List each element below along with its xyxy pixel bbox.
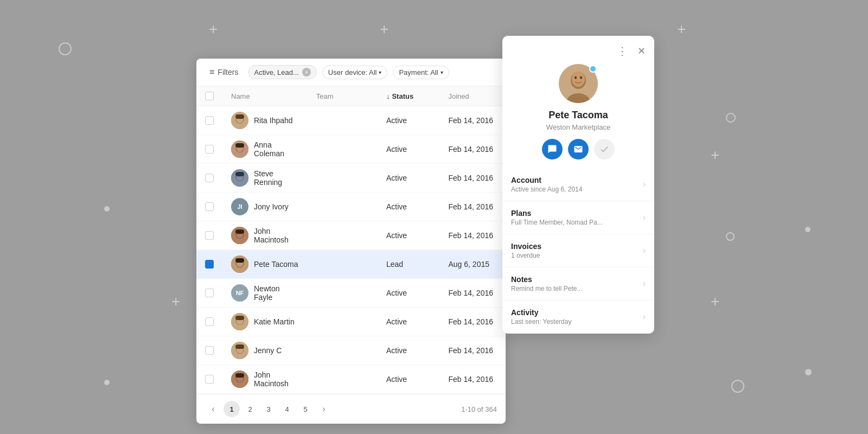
bg-circle-2 bbox=[726, 113, 736, 123]
svg-point-52 bbox=[575, 76, 577, 79]
row-checkbox[interactable] bbox=[205, 260, 214, 269]
table-row[interactable]: John MacintoshActiveFeb 14, 2016 bbox=[196, 221, 506, 250]
cell-name: Anna Coleman bbox=[231, 141, 299, 158]
row-name: Jony Ivory bbox=[254, 202, 289, 211]
avatar bbox=[231, 313, 248, 330]
profile-actions bbox=[542, 139, 615, 159]
filters-button[interactable]: ≡ Filters bbox=[205, 65, 242, 79]
active-lead-chip[interactable]: Active, Lead... × bbox=[248, 65, 316, 79]
cell-team bbox=[308, 193, 378, 221]
cell-joined: Feb 14, 2016 bbox=[440, 106, 506, 135]
col-status[interactable]: ↓ Status bbox=[378, 86, 440, 106]
page-4-button[interactable]: 4 bbox=[279, 401, 295, 417]
row-checkbox[interactable] bbox=[205, 116, 214, 125]
bg-plus-5: + bbox=[171, 293, 180, 310]
table-row[interactable]: JIJony IvoryActiveFeb 14, 2016 bbox=[196, 193, 506, 221]
page-1-button[interactable]: 1 bbox=[224, 401, 240, 417]
cell-name: Steve Renning bbox=[231, 169, 299, 187]
close-button[interactable]: ✕ bbox=[635, 43, 648, 59]
chevron-right-icon: › bbox=[643, 312, 646, 322]
page-2-button[interactable]: 2 bbox=[242, 401, 258, 417]
profile-section-notes[interactable]: NotesRemind me to tell Pete...› bbox=[502, 267, 654, 301]
cell-joined: Feb 14, 2016 bbox=[440, 336, 506, 365]
chip-close-icon[interactable]: × bbox=[302, 68, 311, 76]
section-content: PlansFull Time Member, Nomad Pa... bbox=[511, 209, 643, 226]
table-header-row: Name Team ↓ Status Joined bbox=[196, 86, 506, 106]
profile-section-activity[interactable]: ActivityLast seen: Yesterday› bbox=[502, 301, 654, 334]
row-name: Katie Martin bbox=[254, 317, 295, 326]
chevron-right-icon: › bbox=[643, 180, 646, 189]
profile-company: Weston Marketplace bbox=[546, 123, 610, 131]
table-row[interactable]: Rita IhpahdActiveFeb 14, 2016 bbox=[196, 106, 506, 135]
col-joined: Joined bbox=[440, 86, 506, 106]
profile-section-invoices[interactable]: Invoices1 overdue› bbox=[502, 234, 654, 267]
svg-point-53 bbox=[580, 76, 582, 79]
chevron-down-icon-2: ▾ bbox=[441, 69, 443, 75]
row-name: Rita Ihpahd bbox=[254, 116, 293, 125]
cell-status: Active bbox=[378, 221, 440, 250]
row-checkbox[interactable] bbox=[205, 174, 214, 182]
col-name: Name bbox=[222, 86, 308, 106]
table-row[interactable]: Pete TacomaLeadAug 6, 2015 bbox=[196, 250, 506, 279]
cell-team bbox=[308, 336, 378, 365]
profile-section-plans[interactable]: PlansFull Time Member, Nomad Pa...› bbox=[502, 201, 654, 234]
bg-circle-3 bbox=[726, 232, 735, 241]
section-title: Activity bbox=[511, 308, 643, 317]
cell-name: Jenny C bbox=[231, 342, 299, 359]
cell-name: John Macintosh bbox=[231, 227, 299, 244]
check-button[interactable] bbox=[594, 139, 615, 159]
filters-label: Filters bbox=[218, 68, 238, 76]
row-checkbox[interactable] bbox=[205, 346, 214, 355]
toolbar: ≡ Filters Active, Lead... × User device:… bbox=[196, 59, 506, 86]
table-row[interactable]: Katie MartinActiveFeb 14, 2016 bbox=[196, 308, 506, 336]
bg-dot-2 bbox=[104, 206, 110, 212]
payment-dropdown[interactable]: Payment: All ▾ bbox=[393, 66, 449, 79]
bg-plus-4: + bbox=[711, 146, 719, 164]
filter-icon: ≡ bbox=[209, 67, 214, 77]
row-name: Steve Renning bbox=[254, 169, 299, 187]
avatar: JI bbox=[231, 198, 248, 215]
row-checkbox[interactable] bbox=[205, 202, 214, 211]
table-row[interactable]: John MacintoshActiveFeb 14, 2016 bbox=[196, 365, 506, 394]
avatar bbox=[231, 227, 248, 244]
page-3-button[interactable]: 3 bbox=[260, 401, 277, 417]
section-content: Invoices1 overdue bbox=[511, 242, 643, 259]
cell-team bbox=[308, 365, 378, 394]
row-checkbox[interactable] bbox=[205, 145, 214, 154]
row-checkbox[interactable] bbox=[205, 317, 214, 326]
row-checkbox[interactable] bbox=[205, 375, 214, 384]
profile-section-account[interactable]: AccountActive since Aug 6, 2014› bbox=[502, 168, 654, 201]
page-5-button[interactable]: 5 bbox=[297, 401, 314, 417]
cell-status: Active bbox=[378, 279, 440, 308]
section-title: Plans bbox=[511, 209, 643, 218]
profile-header: ⋮ ✕ bbox=[502, 36, 654, 60]
section-subtitle: Last seen: Yesterday bbox=[511, 318, 643, 326]
more-options-button[interactable]: ⋮ bbox=[615, 42, 631, 60]
bg-circle-4 bbox=[731, 380, 744, 393]
profile-name: Pete Tacoma bbox=[548, 110, 608, 121]
avatar bbox=[231, 371, 248, 388]
user-device-dropdown[interactable]: User device: All ▾ bbox=[322, 66, 388, 79]
table-row[interactable]: Anna ColemanActiveFeb 14, 2016 bbox=[196, 135, 506, 164]
cell-status: Active bbox=[378, 365, 440, 394]
row-name: John Macintosh bbox=[254, 371, 299, 388]
table-row[interactable]: Jenny CActiveFeb 14, 2016 bbox=[196, 336, 506, 365]
cell-joined: Feb 14, 2016 bbox=[440, 365, 506, 394]
cell-joined: Feb 14, 2016 bbox=[440, 308, 506, 336]
cell-joined: Feb 14, 2016 bbox=[440, 164, 506, 193]
next-page-button[interactable]: › bbox=[316, 401, 332, 417]
cell-team bbox=[308, 308, 378, 336]
bg-circle-1 bbox=[59, 42, 72, 55]
profile-panel: ⋮ ✕ Pete Tacoma Weston Marketplace bbox=[502, 36, 654, 334]
table-row[interactable]: NFNewton FayleActiveFeb 14, 2016 bbox=[196, 279, 506, 308]
avatar bbox=[231, 169, 248, 187]
select-all-checkbox[interactable] bbox=[205, 92, 214, 100]
row-checkbox[interactable] bbox=[205, 231, 214, 240]
table-row[interactable]: Steve RenningActiveFeb 14, 2016 bbox=[196, 164, 506, 193]
prev-page-button[interactable]: ‹ bbox=[205, 401, 221, 417]
cell-status: Active bbox=[378, 308, 440, 336]
email-button[interactable] bbox=[568, 139, 589, 159]
message-button[interactable] bbox=[542, 139, 563, 159]
row-checkbox[interactable] bbox=[205, 289, 214, 297]
chevron-right-icon: › bbox=[643, 279, 646, 289]
